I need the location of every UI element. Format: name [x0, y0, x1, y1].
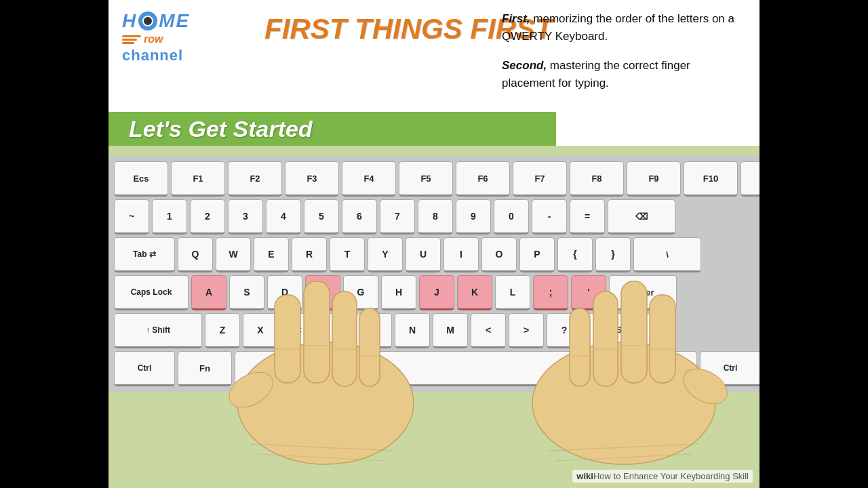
- key-menu[interactable]: ▤: [643, 351, 697, 386]
- key-q[interactable]: Q: [178, 237, 213, 272]
- key-space[interactable]: [292, 351, 583, 386]
- key-tilde[interactable]: ~: [114, 199, 149, 235]
- logo-icon: [138, 12, 157, 30]
- key-1[interactable]: 1: [152, 199, 187, 235]
- key-fn[interactable]: Fn: [178, 351, 232, 386]
- key-o[interactable]: O: [481, 237, 517, 272]
- key-equals[interactable]: =: [570, 199, 605, 235]
- logo-row-channel: row: [122, 33, 244, 45]
- key-b[interactable]: B: [357, 313, 392, 348]
- function-key-row: Ecs F1 F2 F3 F4 F5 F6 F7 F8 F9 F10 F11 F…: [114, 161, 760, 197]
- paragraph-1-rest: memorizing the order of the letters on a…: [502, 12, 734, 43]
- key-f7[interactable]: F7: [513, 161, 567, 197]
- green-banner: Let's Get Started: [108, 112, 556, 146]
- key-y[interactable]: Y: [368, 237, 403, 272]
- key-e[interactable]: E: [254, 237, 289, 272]
- key-5[interactable]: 5: [304, 199, 339, 235]
- key-z[interactable]: Z: [205, 313, 240, 348]
- key-f1[interactable]: F1: [171, 161, 225, 197]
- key-rshift[interactable]: Shift ↑: [585, 313, 673, 348]
- key-f9[interactable]: F9: [627, 161, 681, 197]
- key-f4[interactable]: F4: [342, 161, 396, 197]
- key-rbrace[interactable]: }: [595, 237, 631, 272]
- key-m[interactable]: M: [433, 313, 468, 348]
- key-f5[interactable]: F5: [399, 161, 453, 197]
- key-h[interactable]: H: [381, 275, 416, 310]
- logo-line-1: [122, 35, 141, 37]
- key-2[interactable]: 2: [190, 199, 225, 235]
- key-backslash[interactable]: \: [633, 237, 701, 272]
- key-n[interactable]: N: [395, 313, 430, 348]
- key-k[interactable]: K: [457, 275, 492, 310]
- shift-key-row: ↑ Shift Z X C V B N M < > ? Shift ↑: [114, 313, 760, 348]
- key-p[interactable]: P: [519, 237, 555, 272]
- key-g[interactable]: G: [343, 275, 378, 310]
- logo-channel-text: channel: [122, 47, 183, 64]
- key-lbrace[interactable]: {: [557, 237, 593, 272]
- key-f10[interactable]: F10: [684, 161, 738, 197]
- logo-row-text: row: [144, 33, 163, 45]
- second-italic: Second,: [502, 59, 547, 72]
- logo-channel: channel: [122, 47, 244, 64]
- key-slash[interactable]: ?: [547, 313, 582, 348]
- key-9[interactable]: 9: [456, 199, 491, 235]
- key-f11[interactable]: F11: [741, 161, 760, 197]
- key-lshift[interactable]: ↑ Shift: [114, 313, 202, 348]
- home-key-row: Caps Lock A S D F G H J K L ; ' Enter: [114, 275, 760, 310]
- key-u[interactable]: U: [406, 237, 441, 272]
- keyboard-section: Ecs F1 F2 F3 F4 F5 F6 F7 F8 F9 F10 F11 F…: [108, 146, 760, 488]
- key-w[interactable]: W: [216, 237, 251, 272]
- key-x[interactable]: X: [243, 313, 278, 348]
- key-quote[interactable]: ': [571, 275, 606, 310]
- key-3[interactable]: 3: [228, 199, 263, 235]
- key-semicolon[interactable]: ;: [533, 275, 568, 310]
- key-lalt[interactable]: Alt: [235, 351, 289, 386]
- wiki-text: wiki: [576, 471, 593, 481]
- key-f2[interactable]: F2: [228, 161, 282, 197]
- key-minus[interactable]: -: [532, 199, 567, 235]
- key-ecs[interactable]: Ecs: [114, 161, 168, 197]
- key-t[interactable]: T: [330, 237, 365, 272]
- svg-line-11: [258, 454, 387, 461]
- logo-icon-inner: [142, 16, 153, 26]
- key-f8[interactable]: F8: [570, 161, 624, 197]
- key-0[interactable]: 0: [494, 199, 529, 235]
- key-c[interactable]: C: [281, 313, 316, 348]
- key-tab[interactable]: Tab ⇄: [114, 237, 175, 272]
- paragraph-2: Second, mastering the correct finger pla…: [502, 57, 746, 92]
- key-j[interactable]: J: [419, 275, 454, 310]
- logo-h: H: [122, 10, 137, 32]
- key-capslock[interactable]: Caps Lock: [114, 275, 189, 310]
- key-6[interactable]: 6: [342, 199, 377, 235]
- svg-line-23: [556, 454, 692, 461]
- key-d[interactable]: D: [267, 275, 302, 310]
- key-7[interactable]: 7: [380, 199, 415, 235]
- right-text-block: First, memorizing the order of the lette…: [502, 10, 746, 104]
- key-v[interactable]: V: [319, 313, 354, 348]
- watermark: wikiHow to Enhance Your Keyboarding Skil…: [572, 470, 753, 483]
- key-a[interactable]: A: [191, 275, 226, 310]
- key-lctrl[interactable]: Ctrl: [114, 351, 175, 386]
- logo-area: H ME row channel: [108, 0, 258, 75]
- key-period[interactable]: >: [509, 313, 544, 348]
- key-rctrl[interactable]: Ctrl: [700, 351, 760, 386]
- key-8[interactable]: 8: [418, 199, 453, 235]
- key-s[interactable]: S: [229, 275, 264, 310]
- keyboard: Ecs F1 F2 F3 F4 F5 F6 F7 F8 F9 F10 F11 F…: [108, 156, 760, 392]
- key-ralt[interactable]: Alt: [586, 351, 640, 386]
- qwerty-key-row: Tab ⇄ Q W E R T Y U I O P { } \: [114, 237, 760, 272]
- number-key-row: ~ 1 2 3 4 5 6 7 8 9 0 - = ⌫: [114, 199, 760, 235]
- svg-line-10: [251, 444, 393, 451]
- key-4[interactable]: 4: [266, 199, 301, 235]
- logo-lines: [122, 35, 141, 44]
- key-f3[interactable]: F3: [285, 161, 339, 197]
- key-enter[interactable]: Enter: [609, 275, 677, 310]
- logo-line-3: [122, 42, 134, 44]
- key-f6[interactable]: F6: [456, 161, 510, 197]
- key-comma[interactable]: <: [471, 313, 506, 348]
- key-i[interactable]: I: [443, 237, 479, 272]
- key-backspace[interactable]: ⌫: [608, 199, 675, 235]
- key-l[interactable]: L: [495, 275, 530, 310]
- key-f[interactable]: F: [305, 275, 340, 310]
- key-r[interactable]: R: [292, 237, 327, 272]
